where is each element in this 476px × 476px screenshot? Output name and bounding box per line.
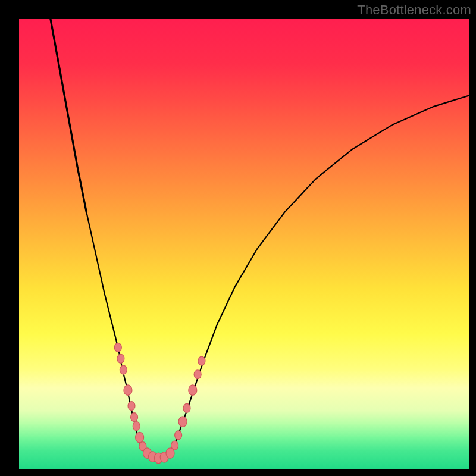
curve-left-thick [51,19,86,212]
watermark-text: TheBottleneck.com [357,2,471,18]
chart-frame: TheBottleneck.com [0,0,476,476]
highlight-marker [120,365,127,374]
highlight-marker [124,385,132,396]
plot-area [19,19,469,469]
highlight-marker [128,402,135,411]
highlight-marker [178,416,187,427]
highlight-marker [183,403,190,412]
curves-layer [19,19,469,469]
curve-right-curve [167,96,469,457]
highlight-marker [133,422,140,431]
highlight-marker [171,441,178,450]
highlight-marker [117,354,124,363]
highlight-marker [131,413,138,422]
highlight-marker [175,431,182,440]
curve-left-curve [51,19,149,457]
highlight-marker [136,432,144,443]
highlight-marker [114,343,121,352]
highlight-marker [194,370,201,379]
highlight-marker [198,356,205,365]
highlight-marker [189,385,197,396]
